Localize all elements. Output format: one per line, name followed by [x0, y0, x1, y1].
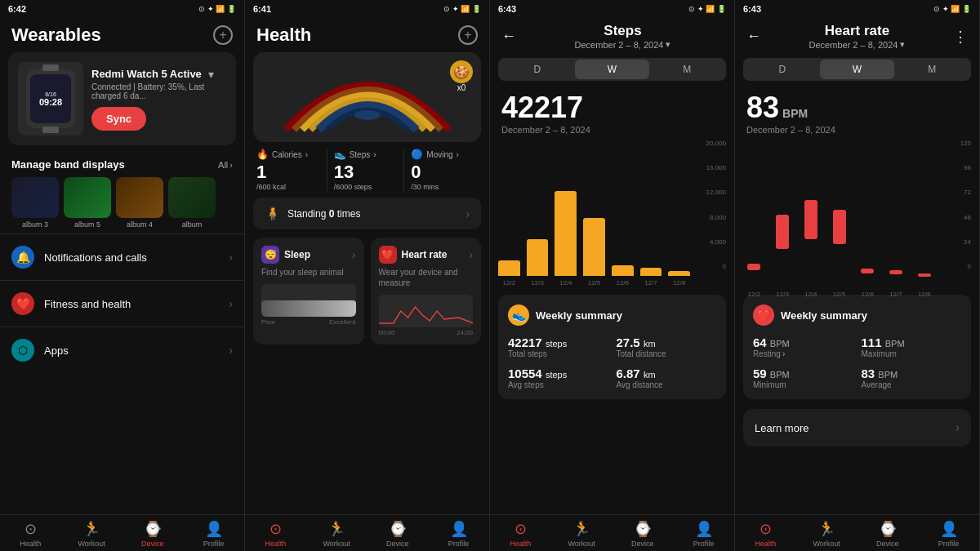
nav-workout-2[interactable]: 🏃 Workout: [306, 520, 368, 548]
nav-health-icon-4: ⊙: [760, 520, 772, 538]
hr-y-axis-label: 24: [964, 238, 971, 246]
steps-title-block: Steps December 2 – 8, 2024 ▾: [523, 23, 723, 50]
nav-workout-1[interactable]: 🏃 Workout: [61, 520, 122, 548]
chevron-down-icon: ▾: [208, 68, 214, 81]
sleep-card[interactable]: 😴 Sleep › Find your sleep animal Poor Ex…: [253, 238, 364, 344]
steps-bar-wrap: 12/8: [668, 156, 690, 287]
hr-y-axis-label: 72: [964, 189, 971, 196]
fitness-item[interactable]: ❤️ Fitness and health ›: [0, 280, 244, 327]
nav-device-1[interactable]: ⌚ Device: [122, 520, 184, 548]
period-tab-d-steps[interactable]: D: [500, 60, 575, 79]
hr-title: Heart rate: [768, 23, 947, 39]
sleep-label-poor: Poor: [261, 318, 275, 326]
watch-face-4[interactable]: album: [168, 177, 216, 229]
nav-profile-3[interactable]: 👤 Profile: [673, 520, 734, 548]
nav-device-label-4: Device: [876, 540, 899, 548]
nav-device-3[interactable]: ⌚ Device: [612, 520, 674, 548]
hr-period-tabs: D W M: [743, 58, 971, 81]
steps-bar: [612, 265, 634, 276]
hr-bar: [747, 264, 760, 270]
hr-y-axis-label: 120: [960, 140, 971, 147]
face-thumbnail-4: [168, 177, 216, 218]
period-tab-w-steps[interactable]: W: [575, 60, 650, 79]
bottom-nav-2: ⊙ Health 🏃 Workout ⌚ Device 👤 Profile: [245, 514, 489, 551]
fitness-icon: ❤️: [11, 292, 34, 315]
nav-profile-4[interactable]: 👤 Profile: [918, 520, 979, 548]
nav-health-2[interactable]: ⊙ Health: [245, 520, 306, 548]
watch-face-1[interactable]: album 3: [11, 177, 59, 229]
nav-profile-icon-2: 👤: [450, 520, 468, 538]
hr-big-date: December 2 – 8, 2024: [746, 125, 968, 135]
metric-moving[interactable]: 🔵 Moving › 0 /30 mins: [404, 149, 481, 191]
nav-device-4[interactable]: ⌚ Device: [858, 520, 919, 548]
apps-item[interactable]: ⬡ Apps ›: [0, 327, 244, 373]
period-tab-d-hr[interactable]: D: [745, 60, 820, 79]
steps-value: 13: [334, 162, 401, 183]
hr-ws-label: Average: [862, 380, 962, 389]
metric-calories[interactable]: 🔥 Calories › 1 /600 kcal: [253, 149, 327, 191]
steps-period-tabs: D W M: [498, 58, 726, 81]
hr-more-button[interactable]: ⋮: [953, 28, 968, 46]
ws-value: 27.5 km: [617, 335, 717, 349]
ws-item: 42217 stepsTotal steps: [508, 335, 608, 358]
y-axis-label: 0: [723, 263, 726, 270]
device-status: Connected | Battery: 35%, Last charged 6…: [91, 82, 226, 100]
nav-device-2[interactable]: ⌚ Device: [368, 520, 429, 548]
nav-profile-1[interactable]: 👤 Profile: [183, 520, 244, 548]
hr-date-chevron-icon: ▾: [900, 39, 905, 50]
steps-ws-grid: 42217 stepsTotal steps27.5 kmTotal dista…: [508, 335, 716, 389]
steps-header: ← Steps December 2 – 8, 2024 ▾: [490, 18, 734, 55]
manage-all-link[interactable]: All ›: [218, 160, 233, 170]
metric-steps-header: 👟 Steps ›: [334, 149, 401, 160]
standing-text: Standing 0 times: [287, 208, 459, 220]
nav-profile-2[interactable]: 👤 Profile: [428, 520, 489, 548]
ws-value: 42217 steps: [508, 335, 608, 349]
learn-more-row[interactable]: Learn more ›: [743, 409, 971, 447]
status-icons-4: ⊙ ✦ 📶 🔋: [933, 5, 971, 13]
period-tab-m-hr[interactable]: M: [894, 60, 969, 79]
ws-item: 10554 stepsAvg steps: [508, 367, 608, 389]
sync-button[interactable]: Sync: [91, 107, 146, 131]
period-tab-m-steps[interactable]: M: [649, 60, 724, 79]
rainbow-visual: 🍪 x0: [253, 52, 481, 142]
add-health-button[interactable]: +: [458, 25, 478, 45]
hr-bar-wrap: 12/6: [857, 156, 879, 287]
standing-icon: 🧍: [265, 206, 281, 221]
nav-health-4[interactable]: ⊙ Health: [735, 520, 796, 548]
bottom-nav-1: ⊙ Health 🏃 Workout ⌚ Device 👤 Profile: [0, 514, 244, 551]
bar-x-label: 12/8: [673, 279, 686, 287]
hr-ws-label: Minimum: [753, 380, 853, 389]
add-device-button[interactable]: +: [213, 25, 233, 45]
notifications-item[interactable]: 🔔 Notifications and calls ›: [0, 233, 244, 280]
heart-rate-card[interactable]: ❤️ Heart rate › Wear your device and mea…: [371, 238, 482, 344]
period-tab-w-hr[interactable]: W: [820, 60, 895, 79]
steps-bar-wrap: 12/4: [555, 156, 577, 287]
hr-header: ← Heart rate December 2 – 8, 2024 ▾ ⋮: [735, 18, 979, 55]
steps-panel: 6:43 ⊙ ✦ 📶 🔋 ← Steps December 2 – 8, 202…: [490, 0, 735, 551]
y-axis-label: 12,000: [706, 189, 726, 196]
heart-chart-labels: 00:00 24:00: [379, 329, 474, 336]
hr-back-button[interactable]: ←: [746, 28, 761, 45]
metrics-row: 🔥 Calories › 1 /600 kcal 👟 Steps › 13 /6…: [245, 149, 489, 191]
hr-ws-value: 59 BPM: [753, 367, 853, 380]
bottom-nav-4: ⊙ Health 🏃 Workout ⌚ Device 👤 Profile: [735, 514, 979, 551]
hr-bar-x-label: 12/8: [913, 291, 935, 298]
status-bar-3: 6:43 ⊙ ✦ 📶 🔋: [490, 0, 734, 18]
notifications-icon: 🔔: [11, 246, 34, 269]
nav-health-1[interactable]: ⊙ Health: [0, 520, 61, 548]
nav-workout-3[interactable]: 🏃 Workout: [551, 520, 612, 548]
nav-profile-label-2: Profile: [448, 540, 470, 548]
watch-face-3[interactable]: album 4: [116, 177, 163, 229]
steps-back-button[interactable]: ←: [501, 28, 516, 45]
standing-row[interactable]: 🧍 Standing 0 times ›: [253, 198, 481, 229]
nav-health-3[interactable]: ⊙ Health: [490, 520, 551, 548]
y-axis-label: 4,000: [710, 238, 726, 246]
ws-label: Total steps: [508, 349, 608, 358]
nav-workout-4[interactable]: 🏃 Workout: [796, 520, 858, 548]
sleep-chevron-icon: ›: [352, 248, 356, 261]
hr-bar-wrap: 12/5: [828, 156, 850, 287]
metric-steps[interactable]: 👟 Steps › 13 /6000 steps: [327, 149, 405, 191]
standing-value: 0: [329, 208, 335, 220]
ws-label: Total distance: [617, 349, 717, 358]
watch-face-2[interactable]: album 5: [64, 177, 111, 229]
